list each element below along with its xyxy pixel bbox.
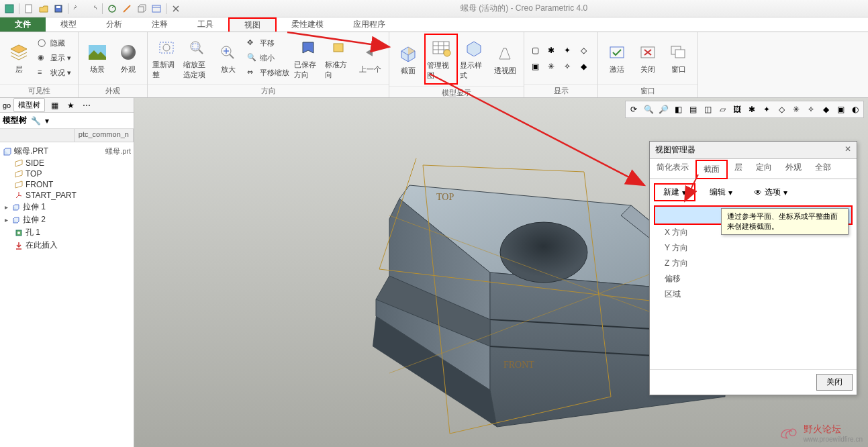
box-icon[interactable] [135,2,148,15]
disp-icon-2[interactable]: ✱ [544,44,558,57]
vt-d8-icon[interactable]: ◐ [849,103,862,116]
edit-button[interactable]: 编辑▾ [702,184,740,201]
dialog-close-button[interactable]: 关闭 [816,374,853,391]
layer-button[interactable]: 层 [4,35,34,82]
settings-icon[interactable]: ▾ [45,116,49,126]
vt-d3-icon[interactable]: ◇ [775,103,788,116]
shrink-button[interactable]: 🔍缩小 [244,51,292,66]
perspective-button[interactable]: 透视图 [490,36,520,83]
dtab-simplified[interactable]: 简化表示 [650,159,695,179]
tab-application[interactable]: 应用程序 [338,17,400,32]
tab-analysis[interactable]: 分析 [91,17,137,32]
dialog-titlebar[interactable]: 视图管理器 ✕ [650,142,857,159]
disp-icon-6[interactable]: ✳ [544,60,558,73]
vt-orient-icon[interactable]: ◧ [671,103,685,116]
menu-offset[interactable]: 偏移 [657,271,850,287]
vt-style-icon[interactable]: ◫ [701,103,714,116]
sketch-icon[interactable] [120,2,134,15]
tab-file[interactable]: 文件 [0,17,46,32]
show-button[interactable]: ◉显示▾ [35,51,74,66]
vt-img-icon[interactable]: 🖼 [730,103,744,116]
hide-button[interactable]: ◯隐藏 [35,36,74,51]
vt-d1-icon[interactable]: ✱ [745,103,759,116]
tree-node[interactable]: SIDE [1,158,132,168]
dialog-close-icon[interactable]: ✕ [845,144,851,156]
disp-icon-7[interactable]: ✧ [561,60,574,73]
appearance-button[interactable]: 外观 [113,35,143,82]
std-orient-button[interactable]: 标准方向 [324,35,354,82]
display-style-button[interactable]: 显示样式 [459,36,489,83]
dtab-appear[interactable]: 外观 [779,159,808,179]
app-menu-icon[interactable] [3,2,16,15]
dtab-all[interactable]: 全部 [808,159,838,179]
tree-icon-3[interactable]: ⋯ [80,99,93,112]
disp-icon-1[interactable]: ▢ [528,44,542,57]
tree-node-root[interactable]: 螺母.PRT 螺母.prt [1,145,132,158]
saved-orient-button[interactable]: 已保存方向 [293,35,323,82]
disp-icon-5[interactable]: ▣ [528,60,542,73]
model-tree-tab[interactable]: 模型树 [13,98,45,112]
vt-d2-icon[interactable]: ✦ [760,103,773,116]
close-window-icon[interactable] [169,2,183,15]
tab-tools[interactable]: 工具 [183,17,228,32]
zoom-sel-button[interactable]: 缩放至选定项 [183,35,212,82]
tab-annotate[interactable]: 注释 [137,17,183,32]
redo-icon[interactable] [86,2,99,15]
new-icon[interactable] [22,2,36,15]
new-button[interactable]: 新建▾ [654,183,695,201]
menu-region[interactable]: 区域 [657,287,850,302]
vt-d5-icon[interactable]: ✧ [804,103,818,116]
dtab-orient[interactable]: 定向 [749,159,779,179]
tree-icon-2[interactable]: ★ [64,99,77,112]
open-icon[interactable] [37,2,50,15]
menu-z[interactable]: Z 方向 [657,256,850,271]
vt-saved-icon[interactable]: ▤ [686,103,700,116]
tree-node[interactable]: ▸拉伸 1 [1,201,132,213]
tree-node[interactable]: START_PART [1,190,132,201]
tree-body[interactable]: 螺母.PRT 螺母.prt SIDE TOP FRONT START_PART … [0,142,134,447]
window-icon[interactable] [150,2,163,15]
undo-icon[interactable] [71,2,85,15]
activate-button[interactable]: 激活 [602,35,632,82]
tree-node[interactable]: 在此插入 [1,239,132,252]
disp-icon-8[interactable]: ◆ [577,60,590,73]
tree-node[interactable]: ▸拉伸 2 [1,213,132,226]
vt-refit-icon[interactable]: ⟳ [627,103,640,116]
vt-zoom-in-icon[interactable]: 🔍 [642,103,655,116]
disp-icon-4[interactable]: ◇ [577,44,590,57]
pan-button[interactable]: ✥平移 [244,36,292,51]
vt-persp-icon[interactable]: ▱ [716,103,729,116]
manage-view-button[interactable]: 管理视图 [426,36,456,83]
regen-icon[interactable] [105,2,119,15]
close-button[interactable]: 关闭 [633,35,663,82]
vt-zoom-out-icon[interactable]: 🔎 [657,103,670,116]
tree-node[interactable]: TOP [1,168,132,179]
save-icon[interactable] [52,2,65,15]
vt-d7-icon[interactable]: ▣ [834,103,847,116]
expander-icon[interactable]: ▸ [3,216,9,224]
section-button[interactable]: 截面 [393,36,423,83]
status-button[interactable]: ≡状况▾ [35,66,74,81]
tab-model[interactable]: 模型 [46,17,91,32]
tree-node[interactable]: FRONT [1,179,132,190]
disp-icon-3[interactable]: ✦ [561,44,574,57]
tree-icon-1[interactable]: ▦ [48,99,61,112]
filter-icon[interactable]: 🔧 [31,116,41,126]
dtab-section[interactable]: 截面 [695,160,728,179]
tree-node[interactable]: 孔 1 [1,226,132,239]
dtab-layer[interactable]: 层 [728,159,749,179]
tab-flexible[interactable]: 柔性建模 [277,17,338,32]
prev-orient-button[interactable]: 上一个 [355,35,385,82]
pan-zoom-button[interactable]: ⇔平移缩放 [244,66,292,81]
refit-button[interactable]: 重新调整 [152,35,181,82]
menu-y[interactable]: Y 方向 [657,240,850,256]
tab-view[interactable]: 视图 [228,17,277,32]
options-button[interactable]: 👁选项▾ [746,184,795,201]
zoom-in-button[interactable]: 放大 [213,35,243,82]
expander-icon[interactable]: ▸ [3,203,9,211]
vt-d4-icon[interactable]: ✳ [789,103,803,116]
vt-d6-icon[interactable]: ◆ [819,103,832,116]
chevron-down-icon: ▾ [728,188,732,197]
scene-button[interactable]: 场景 [83,35,112,82]
window-button[interactable]: 窗口 [664,35,693,82]
